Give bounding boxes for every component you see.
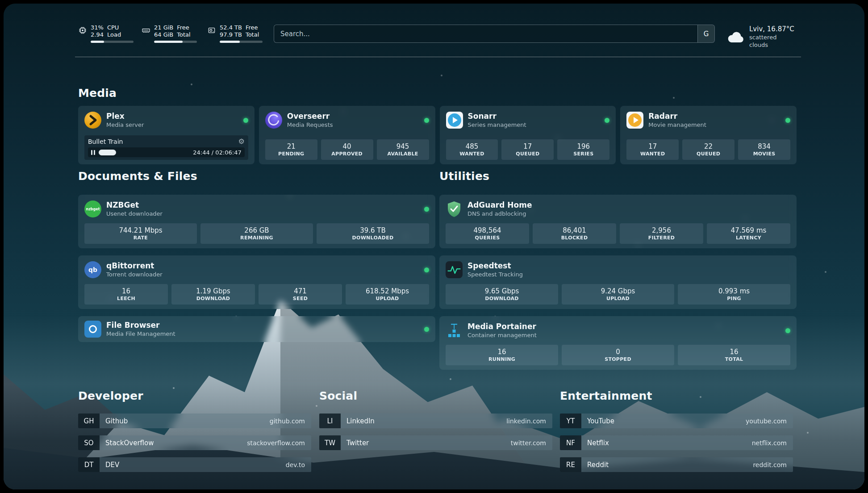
- speedtest-stats: 9.65 Gbps DOWNLOAD 9.24 Gbps UPLOAD 0.99…: [446, 284, 790, 305]
- overseerr-icon[interactable]: [265, 112, 282, 129]
- stat-label: DOWNLOAD: [196, 295, 230, 302]
- bookmark-name: Github: [105, 417, 128, 425]
- disk-monitor-readout: 52.4 TB 97.9 TB Free Total: [207, 24, 263, 38]
- section-utilities: Utilities AdGuard Home: [439, 170, 797, 377]
- stat-label: QUEUED: [516, 150, 539, 157]
- qbittorrent-icon-text: qb: [88, 266, 97, 273]
- bookmark-stackoverflow[interactable]: SO StackOverflow stackoverflow.com: [78, 435, 311, 450]
- nzbget-icon[interactable]: nzbget: [84, 201, 101, 217]
- bookmark-youtube[interactable]: YT YouTube youtube.com: [560, 414, 793, 428]
- qbittorrent-icon[interactable]: qb: [84, 261, 101, 278]
- bookmark-abbr: DT: [78, 457, 100, 472]
- stat-box: 471 SEED: [259, 284, 342, 305]
- adguard-name[interactable]: AdGuard Home: [467, 201, 532, 210]
- pause-icon[interactable]: [91, 150, 95, 155]
- disk-total-label: Total: [246, 31, 259, 38]
- plex-name[interactable]: Plex: [106, 112, 144, 121]
- bookmark-reddit[interactable]: RE Reddit reddit.com: [560, 457, 793, 472]
- stat-box: 2,956 FILTERED: [620, 223, 703, 244]
- stat-box: 9.65 Gbps DOWNLOAD: [446, 284, 558, 305]
- nzbget-name[interactable]: NZBGet: [106, 201, 163, 210]
- nzbget-status-dot: [424, 207, 429, 212]
- nzbget-icon-text: nzbget: [86, 207, 100, 211]
- qbittorrent-stats: 16 LEECH 1.19 Gbps DOWNLOAD 471 SEED 618…: [84, 284, 429, 305]
- utilities-cards: AdGuard Home DNS and adblocking 498,564 …: [439, 195, 797, 370]
- portainer-card-header: Media Portainer Container management: [446, 321, 790, 340]
- portainer-meta: Media Portainer Container management: [467, 322, 537, 339]
- speedtest-name[interactable]: Speedtest: [467, 261, 523, 271]
- stat-label: RATE: [134, 234, 148, 241]
- overseerr-stats: 21 PENDING 40 APPROVED 945 AVAILABLE: [265, 139, 429, 160]
- plex-seek-fill: [99, 150, 116, 155]
- ram-free-label: Free: [177, 24, 190, 31]
- cpu-usage-bar: [91, 41, 134, 43]
- radarr-card: Radarr Movie management 17 WANTED 22 QUE…: [620, 106, 797, 164]
- disk-labels: Free Total: [246, 24, 259, 38]
- adguard-card: AdGuard Home DNS and adblocking 498,564 …: [439, 195, 797, 248]
- stat-box: 834 MOVIES: [738, 139, 790, 160]
- radarr-card-header: Radarr Movie management: [626, 110, 790, 130]
- sonarr-name[interactable]: Sonarr: [468, 112, 526, 121]
- bookmark-url: reddit.com: [753, 461, 787, 468]
- nzbget-icon-circle: nzbget: [84, 201, 101, 217]
- adguard-shield-icon[interactable]: [446, 201, 463, 217]
- qbittorrent-icon-circle: qb: [84, 261, 101, 278]
- overseerr-name[interactable]: Overseerr: [287, 112, 333, 121]
- plex-seek-bar[interactable]: [99, 150, 189, 155]
- stat-box: 17 QUEUED: [501, 139, 554, 160]
- stat-box: 21 PENDING: [265, 139, 317, 160]
- bookmark-name: StackOverflow: [105, 439, 154, 447]
- stat-box: 266 GB REMAINING: [200, 223, 313, 244]
- speedtest-icon[interactable]: [446, 261, 463, 278]
- plex-status-dot: [243, 118, 248, 123]
- bookmark-netflix[interactable]: NF Netflix netflix.com: [560, 435, 793, 450]
- portainer-status-dot: [785, 328, 790, 333]
- plex-icon[interactable]: [84, 112, 101, 129]
- documents-cards: nzbget NZBGet Usenet downloader 744.21 M…: [78, 195, 435, 342]
- filebrowser-card-header: File Browser Media File Management: [84, 321, 429, 338]
- nzbget-desc: Usenet downloader: [106, 210, 163, 217]
- search-input[interactable]: [274, 25, 697, 42]
- settings-gear-icon[interactable]: ⚙: [238, 138, 244, 145]
- radarr-icon-tile: [626, 112, 643, 129]
- overseerr-card-header: Overseerr Media Requests: [265, 110, 429, 130]
- stat-label: PING: [727, 295, 741, 302]
- bookmark-github[interactable]: GH Github github.com: [78, 414, 311, 428]
- filebrowser-icon[interactable]: [84, 321, 101, 338]
- adguard-card-header: AdGuard Home DNS and adblocking: [446, 199, 790, 219]
- filebrowser-name[interactable]: File Browser: [106, 321, 175, 330]
- stat-box: 498,564 QUERIES: [446, 223, 529, 244]
- stat-box: 9.24 Gbps UPLOAD: [562, 284, 674, 305]
- bookmark-linkedin[interactable]: LI LinkedIn linkedin.com: [319, 414, 552, 428]
- radarr-icon[interactable]: [626, 112, 643, 129]
- stat-label: LATENCY: [736, 234, 761, 241]
- portainer-name[interactable]: Media Portainer: [467, 322, 537, 331]
- stat-label: FILTERED: [648, 234, 675, 241]
- bookmark-name: DEV: [105, 461, 119, 469]
- nzbget-card: nzbget NZBGet Usenet downloader 744.21 M…: [78, 195, 435, 248]
- portainer-crane-icon[interactable]: [446, 322, 463, 339]
- stat-value: 86,401: [563, 226, 586, 234]
- dashboard-frame: 31% 2.94 CPU Load: [4, 4, 864, 489]
- radarr-desc: Movie management: [648, 121, 706, 129]
- sonarr-icon-tile: [446, 112, 463, 129]
- sonarr-card: Sonarr Series management 485 WANTED 17 Q…: [440, 106, 616, 164]
- search-engine-button[interactable]: G: [697, 25, 714, 42]
- stat-value: 196: [577, 142, 590, 150]
- radarr-name[interactable]: Radarr: [648, 112, 706, 121]
- radarr-stats: 17 WANTED 22 QUEUED 834 MOVIES: [626, 139, 790, 160]
- bookmark-dev[interactable]: DT DEV dev.to: [78, 457, 311, 472]
- section-media: Media Plex Media server: [78, 87, 797, 164]
- qbittorrent-name[interactable]: qBittorrent: [106, 261, 163, 271]
- bookmark-twitter[interactable]: TW Twitter twitter.com: [319, 435, 552, 450]
- nzbget-meta: NZBGet Usenet downloader: [106, 201, 163, 217]
- media-cards-row: Plex Media server Bullet Train ⚙: [78, 106, 797, 164]
- bookmark-abbr: TW: [319, 435, 341, 450]
- disk-monitor: 52.4 TB 97.9 TB Free Total: [207, 24, 263, 43]
- search-bar[interactable]: G: [274, 25, 715, 43]
- entertainment-bookmarks: YT YouTube youtube.com NF Netflix netfli…: [560, 414, 793, 472]
- bookmark-url: twitter.com: [511, 439, 546, 447]
- portainer-desc: Container management: [467, 331, 537, 339]
- sonarr-icon[interactable]: [446, 112, 463, 129]
- ram-usage-fill: [154, 41, 183, 43]
